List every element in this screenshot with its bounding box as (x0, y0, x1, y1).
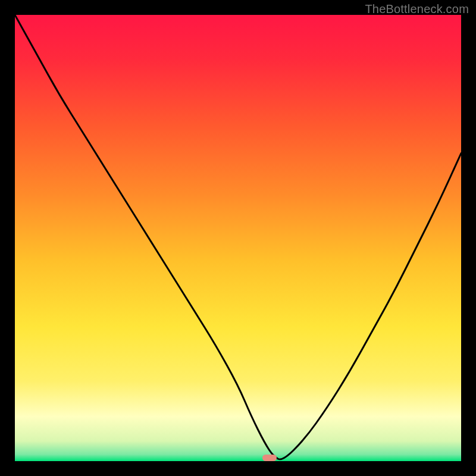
watermark-text: TheBottleneck.com (365, 2, 469, 16)
chart-svg (15, 15, 461, 461)
gradient-background (15, 15, 461, 461)
plot-area (15, 15, 461, 461)
chart-frame: TheBottleneck.com (0, 0, 476, 476)
optimal-marker (262, 455, 277, 461)
